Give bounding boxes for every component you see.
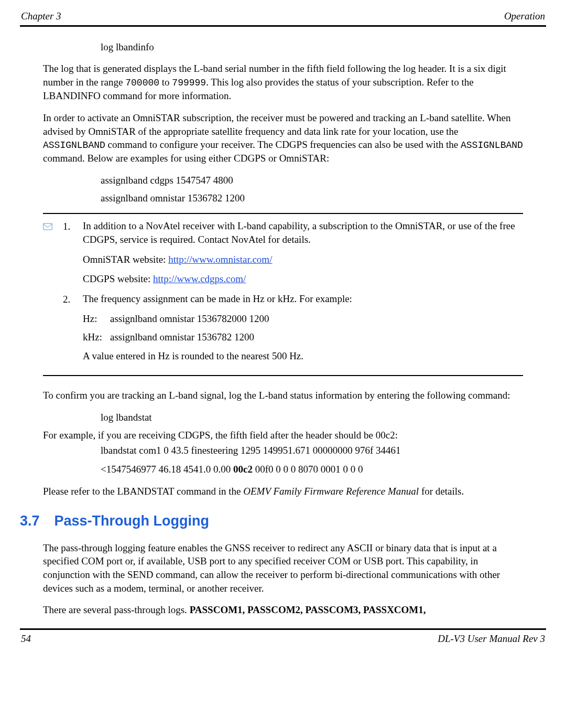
mail-icon	[43, 219, 58, 292]
command-line: assignlband omnistar 1536782 1200	[101, 191, 523, 205]
note-text: A value entered in Hz is rounded to the …	[83, 349, 523, 363]
note-text: In addition to a NovAtel receiver with L…	[83, 219, 523, 246]
note-number: 1.	[63, 219, 78, 292]
hz-label: Hz:	[83, 312, 110, 326]
body-paragraph: In order to activate an OmniSTAR subscri…	[43, 111, 523, 165]
manual-title: DL-V3 User Manual Rev 3	[438, 632, 545, 646]
command-line: log lbandstat	[101, 411, 523, 424]
output-line: lbandstat com1 0 43.5 finesteering 1295 …	[101, 444, 523, 457]
definition-row: kHz: assignlband omnistar 1536782 1200	[83, 330, 523, 344]
omnistar-link[interactable]: http://www.omnistar.com/	[168, 254, 272, 265]
section-title: Pass-Through Logging	[55, 511, 209, 530]
note-number: 2.	[63, 292, 78, 369]
section-number: 3.7	[20, 511, 40, 530]
note-body: In addition to a NovAtel receiver with L…	[83, 219, 523, 292]
header-rule	[20, 25, 546, 27]
operation-label: Operation	[504, 9, 545, 23]
note-box: 1. In addition to a NovAtel receiver wit…	[43, 213, 523, 376]
body-paragraph: The pass-through logging feature enables…	[43, 541, 523, 595]
hz-value: assignlband omnistar 1536782000 1200	[110, 312, 523, 326]
body-paragraph: The log that is generated displays the L…	[43, 62, 523, 103]
note-text: The frequency assignment can be made in …	[83, 292, 523, 306]
note-link-row: CDGPS website: http://www.cdgps.com/	[83, 272, 523, 286]
footer-rule	[20, 628, 546, 630]
output-line: <1547546977 46.18 4541.0 0.00 00c2 00f0 …	[101, 463, 523, 476]
cdgps-link[interactable]: http://www.cdgps.com/	[153, 273, 246, 284]
khz-value: assignlband omnistar 1536782 1200	[110, 330, 523, 344]
page-number: 54	[21, 632, 31, 646]
chapter-label: Chapter 3	[21, 9, 61, 23]
note-body: The frequency assignment can be made in …	[83, 292, 523, 369]
body-paragraph: For example, if you are receiving CDGPS,…	[43, 429, 523, 442]
command-line: assignlband cdgps 1547547 4800	[101, 174, 523, 187]
body-paragraph: There are several pass-through logs. PAS…	[43, 603, 523, 617]
khz-label: kHz:	[83, 330, 110, 344]
section-heading: 3.7 Pass-Through Logging	[20, 511, 546, 530]
command-line: log lbandinfo	[101, 40, 523, 54]
definition-row: Hz: assignlband omnistar 1536782000 1200	[83, 312, 523, 326]
body-paragraph: Please refer to the LBANDSTAT command in…	[43, 485, 523, 498]
note-link-row: OmniSTAR website: http://www.omnistar.co…	[83, 253, 523, 266]
svg-rect-0	[43, 223, 52, 230]
body-paragraph: To confirm you are tracking an L-band si…	[43, 389, 523, 402]
